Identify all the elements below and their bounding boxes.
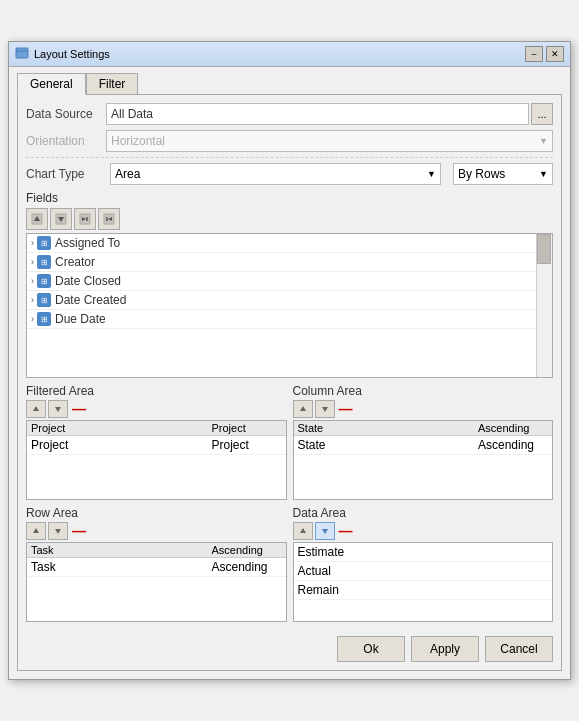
filtered-down-button[interactable] bbox=[48, 400, 68, 418]
field-type-icon: ⊞ bbox=[37, 312, 51, 326]
tab-content: Data Source ... Orientation Horizontal ▼… bbox=[17, 94, 562, 671]
layout-settings-window: Layout Settings – ✕ General Filter Data … bbox=[8, 41, 571, 680]
list-item[interactable]: › ⊞ Due Date bbox=[27, 310, 552, 329]
data-source-row: Data Source ... bbox=[26, 103, 553, 125]
fields-down-button[interactable] bbox=[50, 208, 72, 230]
data-row-remain: Remain bbox=[298, 583, 549, 597]
data-area-toolbar: — bbox=[293, 522, 554, 540]
row-area-box: Task Ascending Task Ascending bbox=[26, 542, 287, 622]
filtered-remove-button[interactable]: — bbox=[70, 401, 88, 417]
fields-scrollbar[interactable] bbox=[536, 234, 552, 377]
row-col2: Ascending bbox=[212, 560, 282, 574]
table-row[interactable]: State Ascending bbox=[294, 436, 553, 455]
data-up-button[interactable] bbox=[293, 522, 313, 540]
field-name: Creator bbox=[55, 255, 95, 269]
filtered-area-header: Project Project bbox=[27, 421, 286, 436]
up-arrow-icon bbox=[298, 404, 308, 414]
list-item[interactable]: › ⊞ Assigned To bbox=[27, 234, 552, 253]
row-down-button[interactable] bbox=[48, 522, 68, 540]
data-source-browse-button[interactable]: ... bbox=[531, 103, 553, 125]
data-row-estimate: Estimate bbox=[298, 545, 549, 559]
column-area-panel: Column Area — bbox=[293, 384, 554, 500]
field-type-icon: ⊞ bbox=[37, 293, 51, 307]
cancel-button[interactable]: Cancel bbox=[485, 636, 553, 662]
footer: Ok Apply Cancel bbox=[26, 630, 553, 662]
bottom-panels: Filtered Area — bbox=[26, 384, 553, 622]
row-area-toolbar: — bbox=[26, 522, 287, 540]
chart-type-value: Area bbox=[115, 167, 140, 181]
tab-general[interactable]: General bbox=[17, 73, 86, 95]
data-source-label: Data Source bbox=[26, 107, 106, 121]
by-rows-select[interactable]: By Rows ▼ bbox=[453, 163, 553, 185]
fields-label: Fields bbox=[26, 191, 553, 205]
filtered-up-button[interactable] bbox=[26, 400, 46, 418]
list-item[interactable]: › ⊞ Date Closed bbox=[27, 272, 552, 291]
list-item[interactable]: › ⊞ Creator bbox=[27, 253, 552, 272]
down-arrow-icon bbox=[320, 404, 330, 414]
orientation-label: Orientation bbox=[26, 134, 106, 148]
data-area-label: Data Area bbox=[293, 506, 554, 520]
apply-button[interactable]: Apply bbox=[411, 636, 479, 662]
fields-outdent-button[interactable] bbox=[98, 208, 120, 230]
tabs-container: General Filter bbox=[17, 73, 562, 95]
ok-button[interactable]: Ok bbox=[337, 636, 405, 662]
chart-type-select[interactable]: Area ▼ bbox=[110, 163, 441, 185]
by-rows-value: By Rows bbox=[458, 167, 505, 181]
indent-icon bbox=[79, 213, 91, 225]
row-col1: Task bbox=[31, 560, 212, 574]
row-col1-header: Task bbox=[31, 544, 212, 556]
svg-rect-0 bbox=[16, 48, 28, 58]
column-up-button[interactable] bbox=[293, 400, 313, 418]
orientation-arrow: ▼ bbox=[539, 136, 548, 146]
row-col1: Project bbox=[31, 438, 212, 452]
svg-marker-18 bbox=[300, 528, 306, 533]
outdent-icon bbox=[103, 213, 115, 225]
minimize-button[interactable]: – bbox=[525, 46, 543, 62]
table-row[interactable]: Actual bbox=[294, 562, 553, 581]
table-row[interactable]: Estimate bbox=[294, 543, 553, 562]
svg-marker-14 bbox=[300, 406, 306, 411]
row-area-label: Row Area bbox=[26, 506, 287, 520]
svg-marker-16 bbox=[33, 528, 39, 533]
field-name: Date Created bbox=[55, 293, 126, 307]
down-arrow-icon bbox=[53, 404, 63, 414]
row-up-button[interactable] bbox=[26, 522, 46, 540]
orientation-value: Horizontal bbox=[111, 134, 165, 148]
table-row[interactable]: Remain bbox=[294, 581, 553, 600]
close-button[interactable]: ✕ bbox=[546, 46, 564, 62]
fields-toolbar bbox=[26, 208, 553, 230]
data-down-button[interactable] bbox=[315, 522, 335, 540]
data-remove-button[interactable]: — bbox=[337, 523, 355, 539]
fields-up-button[interactable] bbox=[26, 208, 48, 230]
table-row[interactable]: Project Project bbox=[27, 436, 286, 455]
column-remove-button[interactable]: — bbox=[337, 401, 355, 417]
title-bar-buttons: – ✕ bbox=[525, 46, 564, 62]
row-col2-header: Ascending bbox=[212, 544, 282, 556]
data-source-input[interactable] bbox=[106, 103, 529, 125]
row-remove-button[interactable]: — bbox=[70, 523, 88, 539]
fields-indent-button[interactable] bbox=[74, 208, 96, 230]
column-area-box: State Ascending State Ascending bbox=[293, 420, 554, 500]
fields-list[interactable]: › ⊞ Assigned To › ⊞ Creator › ⊞ Date Clo… bbox=[26, 233, 553, 378]
filtered-col1-header: Project bbox=[31, 422, 212, 434]
column-down-button[interactable] bbox=[315, 400, 335, 418]
by-rows-arrow: ▼ bbox=[539, 169, 548, 179]
up-arrow-icon bbox=[31, 526, 41, 536]
svg-marker-13 bbox=[55, 407, 61, 412]
field-name: Assigned To bbox=[55, 236, 120, 250]
data-area-panel: Data Area — bbox=[293, 506, 554, 622]
column-col1-header: State bbox=[298, 422, 479, 434]
list-item[interactable]: › ⊞ Date Created bbox=[27, 291, 552, 310]
chart-type-row: Chart Type Area ▼ By Rows ▼ bbox=[26, 163, 553, 185]
up-arrow-icon bbox=[298, 526, 308, 536]
scrollbar-thumb bbox=[537, 234, 551, 264]
row-area-panel: Row Area — bbox=[26, 506, 287, 622]
tab-filter[interactable]: Filter bbox=[86, 73, 139, 95]
row-col2: Project bbox=[212, 438, 282, 452]
field-name: Date Closed bbox=[55, 274, 121, 288]
field-type-icon: ⊞ bbox=[37, 255, 51, 269]
table-row[interactable]: Task Ascending bbox=[27, 558, 286, 577]
title-bar: Layout Settings – ✕ bbox=[9, 42, 570, 67]
svg-marker-15 bbox=[322, 407, 328, 412]
down-arrow-icon bbox=[320, 526, 330, 536]
